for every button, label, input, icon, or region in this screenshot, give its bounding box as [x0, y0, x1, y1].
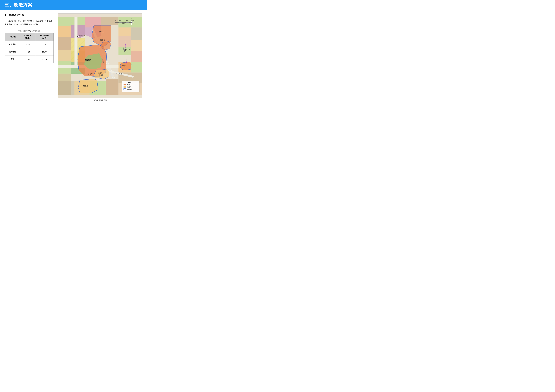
svg-rect-34: [58, 74, 71, 81]
map-caption: 融资复建区划分图: [94, 99, 107, 101]
svg-text:复建区: 复建区: [122, 65, 126, 67]
table-row: 融资地块 32.34 23.89: [5, 48, 54, 56]
svg-rect-25: [106, 79, 118, 95]
svg-rect-88: [124, 86, 126, 88]
svg-text:建新范围: 建新范围: [126, 89, 132, 90]
svg-text:300: 300: [126, 20, 128, 21]
cell-area-1: 32.34: [20, 48, 36, 56]
svg-rect-2: [58, 26, 71, 37]
cell-netarea-0: 27.81: [36, 41, 54, 48]
col-header-netarea: 净用地面积（公顷）: [36, 33, 54, 41]
svg-rect-7: [71, 17, 85, 25]
svg-text:复建区: 复建区: [100, 39, 105, 41]
svg-text:融资区: 融资区: [83, 85, 88, 87]
header-bar: 三、改造方案: [0, 0, 147, 10]
svg-rect-81: [125, 22, 129, 22]
cell-type-2: 合计: [5, 56, 20, 63]
cell-netarea-1: 23.89: [36, 48, 54, 56]
svg-text:镇龙北站: 镇龙北站: [79, 35, 85, 37]
svg-rect-78: [115, 22, 119, 22]
svg-text:融资区: 融资区: [127, 86, 131, 88]
svg-rect-3: [58, 37, 71, 50]
data-table: 用地类型 用地面积（公顷） 净用地面积（公顷） 复建地块 40.64 27.81…: [5, 33, 54, 63]
svg-marker-51: [94, 69, 109, 79]
right-panel: 九龙大道 广汕公路 镇龙北站 镇龙站 地铁21号线 融资区 复建区 复建区 融资: [58, 13, 142, 101]
svg-marker-35: [58, 81, 71, 95]
svg-rect-1: [58, 17, 71, 26]
svg-marker-52: [101, 42, 111, 50]
svg-text:融资区: 融资区: [88, 73, 93, 75]
svg-text:融资区: 融资区: [99, 31, 104, 33]
svg-text:N: N: [131, 18, 132, 20]
svg-rect-82: [129, 22, 132, 22]
svg-rect-13: [131, 28, 142, 40]
col-header-area: 用地面积（公顷）: [20, 33, 36, 41]
map-container: 九龙大道 广汕公路 镇龙北站 镇龙站 地铁21号线 融资区 复建区 复建区 融资: [58, 13, 142, 98]
map-svg: 九龙大道 广汕公路 镇龙北站 镇龙站 地铁21号线 融资区 复建区 复建区 融资: [58, 14, 142, 98]
page-title: 三、改造方案: [5, 2, 142, 8]
svg-rect-16: [118, 47, 131, 55]
svg-rect-19: [131, 62, 142, 72]
content-area: 1、复建融资分区 改造范围（建新范围）用地面积72.98公顷，其中复建区用地40…: [0, 13, 147, 105]
svg-rect-45: [75, 17, 77, 65]
svg-point-55: [78, 36, 79, 37]
svg-text:复建区: 复建区: [85, 59, 91, 61]
svg-text:0: 0: [115, 20, 116, 21]
svg-text:500m: 500m: [132, 20, 135, 21]
table-row-total: 合计 72.98 51.70: [5, 56, 54, 63]
description-text: 改造范围（建新范围）用地面积72.98公顷，其中复建区用地40.64公顷，融资区…: [5, 19, 54, 26]
col-header-type: 用地类型: [5, 33, 20, 41]
cell-type-1: 融资地块: [5, 48, 20, 56]
svg-rect-17: [131, 51, 142, 62]
cell-netarea-2: 51.70: [36, 56, 54, 63]
section-title: 1、复建融资分区: [5, 13, 54, 17]
cell-type-0: 复建地块: [5, 41, 20, 48]
table-caption: 复建、融资地块划分用地情况表: [5, 30, 54, 32]
cell-area-2: 72.98: [20, 56, 36, 63]
svg-rect-86: [124, 84, 126, 85]
svg-text:复建区: 复建区: [98, 72, 102, 74]
svg-text:城轨道: 城轨道: [122, 23, 125, 24]
svg-rect-79: [119, 22, 122, 22]
svg-rect-4: [58, 50, 71, 61]
svg-text:镇龙站: 镇龙站: [126, 49, 130, 50]
svg-text:图例: 图例: [128, 82, 131, 83]
svg-text:复建区: 复建区: [127, 84, 131, 86]
svg-rect-12: [118, 28, 131, 36]
svg-rect-15: [131, 40, 142, 51]
cell-area-0: 40.64: [20, 41, 36, 48]
svg-text:融资区: 融资区: [99, 74, 103, 76]
svg-text:100: 100: [119, 20, 121, 21]
svg-rect-90: [124, 89, 126, 90]
table-row: 复建地块 40.64 27.81: [5, 41, 54, 48]
svg-rect-80: [122, 22, 125, 22]
left-panel: 1、复建融资分区 改造范围（建新范围）用地面积72.98公顷，其中复建区用地40…: [5, 13, 54, 101]
